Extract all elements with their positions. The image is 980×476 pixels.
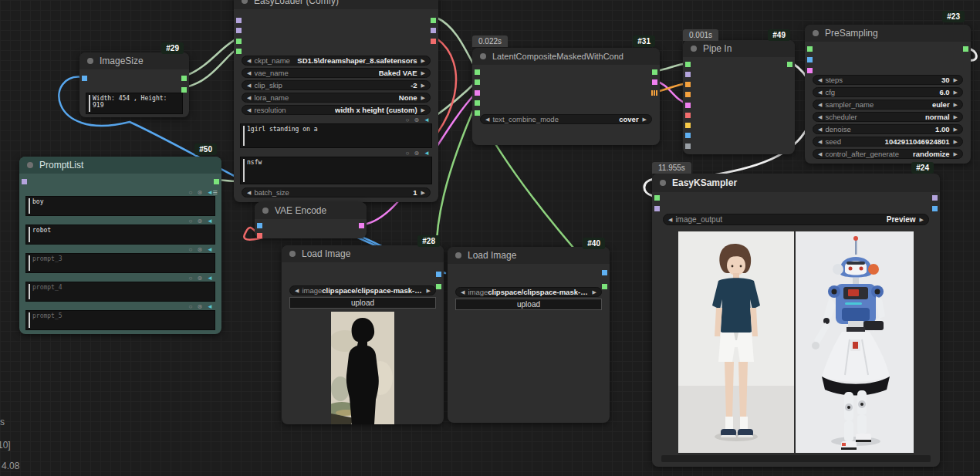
node-title-bar[interactable]: Pipe In <box>683 40 795 57</box>
graph-canvas[interactable]: { "icons": { "left_arrow": "◀", "right_a… <box>0 0 980 476</box>
input-slot-samples[interactable] <box>475 90 480 96</box>
pin-icon[interactable]: ○ <box>189 218 193 224</box>
input-slot-optional-prompt-list[interactable] <box>22 179 27 184</box>
right-arrow-icon[interactable]: ▶ <box>954 139 958 144</box>
prompt-4-textarea[interactable]: prompt_4 <box>25 282 215 302</box>
output-slot-image[interactable] <box>436 272 441 277</box>
input-slot-pipe[interactable] <box>685 62 691 67</box>
output-slot-mask[interactable] <box>436 284 441 289</box>
left-arrow-icon[interactable]: ◀ <box>247 107 251 113</box>
node-title-bar[interactable]: PromptList <box>19 157 221 174</box>
output-slot-pipe[interactable] <box>787 62 792 67</box>
output-slot-image[interactable] <box>602 270 607 275</box>
left-arrow-icon[interactable]: ◀ <box>818 89 822 95</box>
node-pre-sampling[interactable]: #23 PreSampling ◀ steps 30 ▶ ◀ cfg 6.0 ▶… <box>805 25 971 164</box>
pin-icon[interactable]: ○ <box>189 304 193 310</box>
widget-steps[interactable]: ◀ steps 30 ▶ <box>813 75 963 85</box>
input-slot-clip[interactable] <box>685 123 691 128</box>
left-arrow-icon[interactable]: ◀ <box>668 217 672 222</box>
left-arrow-icon[interactable]: ◀ <box>247 95 251 100</box>
right-arrow-icon[interactable]: ▶ <box>421 83 425 88</box>
right-arrow-icon[interactable]: ▶ <box>954 102 958 107</box>
speaker-icon[interactable]: ◄ <box>207 275 213 282</box>
right-arrow-icon[interactable]: ▶ <box>421 190 425 195</box>
prompt-2-textarea[interactable]: robot <box>25 224 215 245</box>
node-title-bar[interactable]: Load Image <box>282 245 444 262</box>
left-arrow-icon[interactable]: ◀ <box>818 114 822 120</box>
pin-icon[interactable]: ○ <box>189 247 193 253</box>
input-slot-image[interactable] <box>82 76 87 81</box>
gear-icon[interactable]: ⊛ <box>414 150 419 157</box>
widget-batch-size[interactable]: ◀ batch_size 1 ▶ <box>242 187 431 197</box>
widget-seed[interactable]: ◀ seed 1042911046924801 ▶ <box>813 137 963 147</box>
right-arrow-icon[interactable]: ▶ <box>421 58 425 63</box>
speaker-icon[interactable]: ◄ <box>424 150 430 157</box>
widget-vae-name[interactable]: ◀ vae_name Baked VAE ▶ <box>242 68 431 78</box>
left-arrow-icon[interactable]: ◀ <box>818 77 822 83</box>
right-arrow-icon[interactable]: ▶ <box>421 95 425 100</box>
input-slot-model[interactable] <box>654 206 660 211</box>
node-load-image-2[interactable]: #40 Load Image ◀ image clipspace/clipspa… <box>448 247 610 423</box>
node-title-bar[interactable]: PreSampling <box>805 25 971 42</box>
node-pipe-in[interactable]: 0.001s #49 Pipe In <box>683 40 795 154</box>
right-arrow-icon[interactable]: ▶ <box>920 217 924 222</box>
widget-ckpt-name[interactable]: ◀ ckpt_name SD1.5\dreamshaper_8.safetens… <box>242 56 431 66</box>
node-image-size[interactable]: #29 ImageSize Width: 454 , Height: 919 <box>79 52 189 117</box>
speaker-icon[interactable]: ◄ <box>207 247 213 253</box>
widget-image-file[interactable]: ◀ image clipspace/clipspace-mask-993838.… <box>289 285 436 295</box>
right-arrow-icon[interactable]: ▶ <box>954 151 958 157</box>
left-arrow-icon[interactable]: ◀ <box>247 190 251 195</box>
menu-icon[interactable]: ≡ <box>213 187 218 197</box>
node-prompt-list[interactable]: #50 PromptList ≡ ○ ⊛ ◄ boy ○ ⊛ ◄ robot ○… <box>19 157 221 334</box>
upload-button[interactable]: upload <box>455 299 602 310</box>
node-load-image-1[interactable]: #28 Load Image ◀ image clipspace/clipspa… <box>282 245 444 424</box>
input-slot-image-to-latent[interactable] <box>807 57 813 62</box>
input-slot-xyplot[interactable] <box>685 143 691 149</box>
right-arrow-icon[interactable]: ▶ <box>593 289 596 295</box>
pin-icon[interactable]: ○ <box>189 275 193 282</box>
output-slot-image[interactable] <box>932 206 938 211</box>
output-slot-latent[interactable] <box>359 223 364 228</box>
input-slot-mask-2[interactable] <box>475 110 480 116</box>
right-arrow-icon[interactable]: ▶ <box>954 89 958 95</box>
left-arrow-icon[interactable]: ◀ <box>818 127 822 132</box>
input-slot-text-cond[interactable] <box>475 69 480 75</box>
output-slot-prompt-list[interactable] <box>214 179 219 184</box>
widget-image-file[interactable]: ◀ image clipspace/clipspace-mask-115238.… <box>455 287 602 297</box>
right-arrow-icon[interactable]: ▶ <box>954 77 958 83</box>
pin-icon[interactable]: ○ <box>406 150 410 157</box>
output-slot-mask[interactable] <box>602 284 607 289</box>
input-slot-neg[interactable] <box>685 92 691 97</box>
output-slot-height[interactable] <box>181 87 187 93</box>
node-title-bar[interactable]: EasyKSampler <box>652 174 940 192</box>
widget-clip-skip[interactable]: ◀ clip_skip -2 ▶ <box>242 80 431 90</box>
output-slot-model[interactable] <box>431 28 436 33</box>
node-title-bar[interactable]: VAE Encode <box>255 202 367 219</box>
prompt-3-textarea[interactable]: prompt_3 <box>25 253 215 273</box>
input-slot-text-combine[interactable] <box>475 79 480 85</box>
input-slot-vae[interactable] <box>685 113 691 118</box>
input-slot-pipe[interactable] <box>807 46 813 52</box>
gear-icon[interactable]: ⊛ <box>197 247 202 253</box>
upload-button[interactable]: upload <box>289 297 436 309</box>
right-arrow-icon[interactable]: ▶ <box>954 114 958 120</box>
input-slot-image[interactable] <box>685 133 691 138</box>
output-slot-vae[interactable] <box>431 39 436 44</box>
node-latent-composite[interactable]: 0.022s #31 LatentCompositeMaskedWithCond… <box>472 48 660 145</box>
left-arrow-icon[interactable]: ◀ <box>247 83 251 88</box>
pin-icon[interactable]: ○ <box>406 117 410 123</box>
widget-text-combine-mode[interactable]: ◀ text_combine_mode cover ▶ <box>480 114 652 124</box>
speaker-icon[interactable]: ◄ <box>424 117 430 123</box>
right-arrow-icon[interactable]: ▶ <box>421 70 425 76</box>
right-arrow-icon[interactable]: ▶ <box>643 116 647 122</box>
left-arrow-icon[interactable]: ◀ <box>247 58 251 63</box>
node-title-bar[interactable]: Load Image <box>448 247 610 264</box>
widget-scheduler[interactable]: ◀ scheduler normal ▶ <box>813 112 963 122</box>
left-arrow-icon[interactable]: ◀ <box>247 70 251 76</box>
node-k-sampler[interactable]: 11.955s #24 EasyKSampler ◀ image_output … <box>652 174 940 467</box>
widget-resolution[interactable]: ◀ resolution width x height (custom) ▶ <box>242 105 431 115</box>
speaker-icon[interactable]: ◄ <box>207 304 213 310</box>
node-vae-encode[interactable]: VAE Encode <box>255 202 367 238</box>
speaker-icon[interactable]: ◄ <box>207 218 213 224</box>
output-slot-width[interactable] <box>181 76 187 81</box>
